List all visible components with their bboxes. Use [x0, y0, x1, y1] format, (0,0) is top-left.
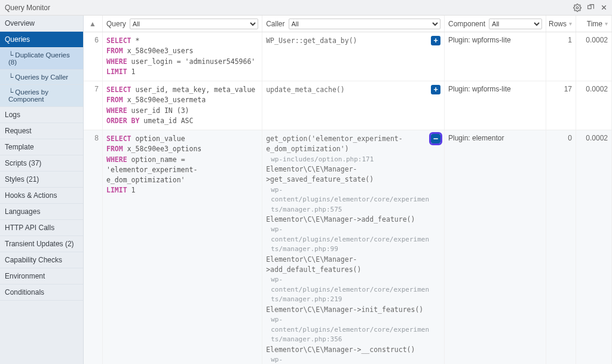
sidebar-item[interactable]: Logs [0, 107, 83, 123]
sidebar: OverviewQueries└ Duplicate Queries (8)└ … [0, 16, 84, 364]
sidebar-item[interactable]: Styles (21) [0, 172, 83, 188]
maximize-icon[interactable] [586, 3, 595, 13]
table-row: 7SELECT user_id, meta_key, meta_valueFRO… [84, 81, 612, 130]
toggle-caller-button[interactable]: + [431, 36, 440, 45]
svg-rect-1 [587, 5, 590, 8]
sidebar-item[interactable]: Overview [0, 16, 83, 32]
sidebar-item[interactable]: HTTP API Calls [0, 220, 83, 236]
sidebar-item[interactable]: Capability Checks [0, 252, 83, 268]
close-icon[interactable] [599, 3, 608, 13]
sidebar-item[interactable]: Hooks & Actions [0, 188, 83, 204]
sidebar-item[interactable]: Languages [0, 204, 83, 220]
svg-point-0 [576, 7, 579, 9]
col-query: Query All [103, 16, 262, 32]
caller-cell: WP_User::get_data_by()+ [262, 32, 445, 81]
query-cell: SELECT *FROM x_58c90ee3_usersWHERE user_… [103, 32, 262, 81]
time-cell: 0.0002 [576, 32, 612, 81]
rows-cell: 1 [546, 32, 576, 81]
caller-cell: get_option('elementor_experiment-e_dom_o… [262, 130, 445, 364]
table-row: 6SELECT *FROM x_58c90ee3_usersWHERE user… [84, 32, 612, 81]
sidebar-item[interactable]: Template [0, 139, 83, 155]
toggle-caller-button[interactable]: + [431, 85, 440, 94]
col-rows[interactable]: Rows▾ [546, 16, 576, 32]
table-row: 8SELECT option_valueFROM x_58c90ee3_opti… [84, 130, 612, 364]
sidebar-item[interactable]: Scripts (37) [0, 155, 83, 172]
row-index: 8 [84, 130, 103, 364]
sidebar-item[interactable]: Transient Updates (2) [0, 236, 83, 252]
query-cell: SELECT user_id, meta_key, meta_valueFROM… [103, 81, 262, 130]
rows-cell: 17 [546, 81, 576, 130]
time-cell: 0.0002 [576, 130, 612, 364]
app-title: Query Monitor [5, 4, 50, 12]
component-cell: Plugin: wpforms-lite [445, 81, 546, 130]
query-cell: SELECT option_valueFROM x_58c90ee3_optio… [103, 130, 262, 364]
sidebar-sub-item[interactable]: └ Queries by Component [0, 85, 83, 107]
sort-icon: ▾ [569, 20, 572, 27]
sidebar-item[interactable]: Environment [0, 268, 83, 285]
query-filter-select[interactable]: All [130, 19, 258, 29]
sort-icon: ▾ [605, 20, 608, 27]
gear-icon[interactable] [573, 3, 582, 13]
sidebar-item[interactable]: Conditionals [0, 285, 83, 301]
sidebar-sub-item[interactable]: └ Duplicate Queries (8) [0, 48, 83, 70]
caller-filter-select[interactable]: All [289, 19, 440, 29]
row-index: 7 [84, 81, 103, 130]
col-component: Component All [445, 16, 546, 32]
sidebar-sub-item[interactable]: └ Queries by Caller [0, 70, 83, 85]
col-caller: Caller All [262, 16, 445, 32]
table-body: 6SELECT *FROM x_58c90ee3_usersWHERE user… [84, 32, 612, 364]
titlebar: Query Monitor [0, 0, 612, 16]
time-cell: 0.0002 [576, 81, 612, 130]
col-time[interactable]: Time▾ [576, 16, 612, 32]
rows-cell: 0 [546, 130, 576, 364]
sort-asc-icon: ▲ [89, 20, 96, 28]
sidebar-item[interactable]: Queries [0, 32, 83, 48]
col-index[interactable]: ▲ [84, 16, 103, 32]
caller-cell: update_meta_cache()+ [262, 81, 445, 130]
component-filter-select[interactable]: All [489, 19, 542, 29]
toggle-caller-button[interactable]: – [431, 134, 440, 143]
table-header: ▲ Query All Caller All Component All Row… [84, 16, 612, 32]
sidebar-item[interactable]: Request [0, 123, 83, 139]
component-cell: Plugin: elementor [445, 130, 546, 364]
main-panel: ▲ Query All Caller All Component All Row… [84, 16, 612, 364]
component-cell: Plugin: wpforms-lite [445, 32, 546, 81]
